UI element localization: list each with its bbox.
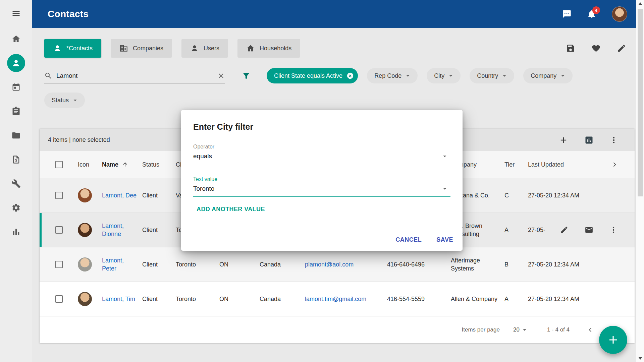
tier-cell: A xyxy=(499,226,523,234)
user-avatar[interactable] xyxy=(612,6,627,22)
triangle-up-icon xyxy=(638,2,642,5)
plus-icon xyxy=(607,334,620,346)
row-checkbox[interactable] xyxy=(55,261,63,268)
page-range-label: 1 - 4 of 4 xyxy=(547,326,570,333)
favorite-button[interactable] xyxy=(591,44,601,53)
chevron-down-icon xyxy=(521,326,528,334)
company-filter-chip[interactable]: Company xyxy=(523,68,573,83)
email-link[interactable]: lamont.tim@gmail.com xyxy=(305,296,366,302)
row-more-button[interactable] xyxy=(609,226,618,234)
sidebar-item-tasks[interactable] xyxy=(0,99,32,123)
email-link[interactable]: plamont@aol.com xyxy=(305,261,354,268)
search-input[interactable] xyxy=(56,72,213,79)
add-column-button[interactable] xyxy=(559,135,568,145)
updated-cell: 27-05-20 12:34 AM xyxy=(523,295,593,303)
status-filter-chip[interactable]: Status xyxy=(44,93,85,108)
scrollbar-thumb[interactable] xyxy=(638,9,643,196)
sidebar-item-reports[interactable] xyxy=(0,220,32,244)
home-icon xyxy=(11,34,21,44)
column-header-updated[interactable]: Last Updated xyxy=(523,161,593,169)
scroll-up-arrow[interactable] xyxy=(636,0,644,7)
selection-summary: 4 items | none selected xyxy=(48,136,110,143)
tab-users[interactable]: Users xyxy=(181,39,228,58)
row-checkbox[interactable] xyxy=(55,295,63,303)
sidebar-item-contacts[interactable] xyxy=(0,51,32,75)
sidebar-item-tools[interactable] xyxy=(0,172,32,196)
country-cell: Canada xyxy=(254,260,300,268)
chip-label: Client State equals Active xyxy=(274,72,342,79)
column-header-name[interactable]: Name xyxy=(97,161,137,169)
edit-view-button[interactable] xyxy=(617,44,626,53)
sidebar-item-files[interactable] xyxy=(0,123,32,147)
save-button[interactable]: SAVE xyxy=(436,236,453,243)
company-cell: Afterimage Systems xyxy=(445,256,499,273)
chip-label: City xyxy=(434,72,444,79)
sort-ascending-icon xyxy=(122,161,128,168)
city-cell: Toronto xyxy=(170,295,214,303)
column-header-icon[interactable]: Icon xyxy=(73,161,97,169)
tab-households[interactable]: Households xyxy=(237,39,300,58)
country-filter-chip[interactable]: Country xyxy=(470,68,514,83)
rep-code-filter-chip[interactable]: Rep Code xyxy=(367,68,418,83)
active-filter-chip[interactable]: Client State equals Active xyxy=(267,68,358,83)
cancel-button[interactable]: CANCEL xyxy=(395,236,422,243)
row-hover-actions xyxy=(551,213,635,247)
chevron-down-icon xyxy=(559,72,567,79)
phone-cell: 416-554-5559 xyxy=(382,295,445,303)
contact-name-link[interactable]: Lamont, Dee xyxy=(102,192,137,199)
notifications-button[interactable]: 4 xyxy=(587,9,596,19)
text-value-select[interactable]: Toronto xyxy=(193,182,450,197)
row-checkbox[interactable] xyxy=(55,226,63,234)
table-row[interactable]: Lamont, Peter Client Toronto ON Canada p… xyxy=(40,247,635,282)
gear-icon xyxy=(11,203,21,213)
tab-contacts[interactable]: *Contacts xyxy=(44,39,101,58)
text-value: Toronto xyxy=(193,185,214,192)
email-row-button[interactable] xyxy=(585,226,593,234)
svg-text:$: $ xyxy=(15,158,17,162)
sidebar-item-home[interactable] xyxy=(0,27,32,51)
add-another-value-button[interactable]: ADD ANOTHER VALUE xyxy=(197,206,265,213)
contact-name-link[interactable]: Lamont, Tim xyxy=(102,296,135,302)
operator-select[interactable]: equals xyxy=(193,150,450,164)
calendar-icon xyxy=(11,82,21,92)
column-header-status[interactable]: Status xyxy=(137,161,170,169)
updated-cell: 27-05-20 12:34 AM xyxy=(523,191,593,199)
vertical-scrollbar[interactable] xyxy=(636,0,644,362)
menu-button[interactable] xyxy=(0,0,32,27)
active-indicator xyxy=(7,54,25,72)
city-filter-chip[interactable]: City xyxy=(427,68,461,83)
contact-avatar xyxy=(78,292,92,306)
edit-row-button[interactable] xyxy=(560,226,569,234)
contact-name-link[interactable]: Lamont, Dionne xyxy=(102,223,124,237)
select-all-checkbox[interactable] xyxy=(55,161,63,168)
scroll-down-arrow[interactable] xyxy=(636,355,644,362)
add-contact-fab[interactable] xyxy=(599,326,627,354)
topbar: Contacts 4 xyxy=(32,0,636,28)
filter-button[interactable] xyxy=(242,71,251,80)
page-size-select[interactable]: 20 xyxy=(513,326,528,334)
column-header-tier[interactable]: Tier xyxy=(499,161,523,169)
contacts-icon xyxy=(11,58,21,68)
sidebar-item-calendar[interactable] xyxy=(0,75,32,99)
contact-name-link[interactable]: Lamont, Peter xyxy=(102,257,124,272)
chart-view-button[interactable] xyxy=(584,135,594,145)
menu-icon xyxy=(11,9,21,18)
sidebar-item-settings[interactable] xyxy=(0,196,32,220)
tier-cell: B xyxy=(499,260,523,268)
save-view-button[interactable] xyxy=(566,44,575,53)
row-checkbox[interactable] xyxy=(55,192,63,199)
chevron-left-icon xyxy=(586,325,594,334)
scroll-columns-right-button[interactable] xyxy=(610,160,619,169)
invoice-icon: $ xyxy=(11,155,21,164)
close-icon xyxy=(217,72,225,80)
messages-button[interactable] xyxy=(562,9,572,19)
sidebar-item-billing[interactable]: $ xyxy=(0,147,32,172)
remove-filter-icon[interactable] xyxy=(346,72,354,79)
text-value-label: Text value xyxy=(193,176,450,182)
table-row[interactable]: Lamont, Tim Client Toronto ON Canada lam… xyxy=(40,282,635,316)
company-cell: Allen & Company xyxy=(445,295,499,303)
tab-companies[interactable]: Companies xyxy=(111,39,172,58)
more-options-button[interactable] xyxy=(610,136,618,144)
previous-page-button[interactable] xyxy=(586,325,594,334)
clear-search-button[interactable] xyxy=(217,72,225,80)
